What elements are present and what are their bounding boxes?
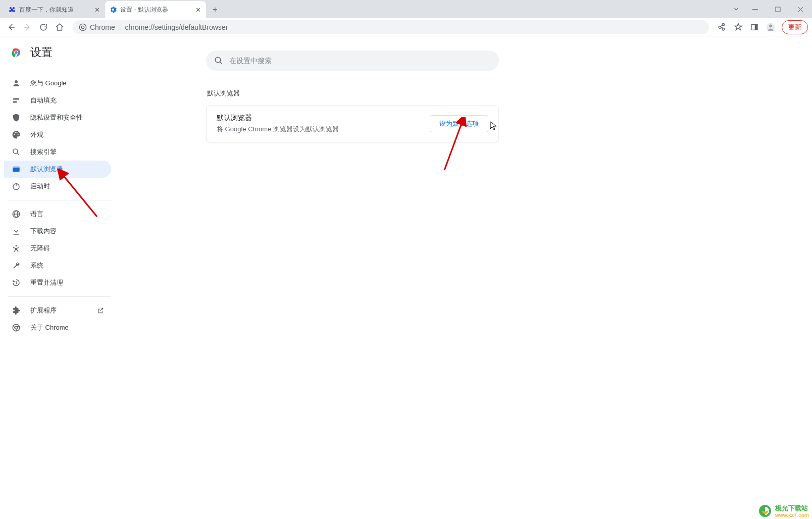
svg-rect-24: [13, 167, 20, 168]
sidebar-item-label: 下载内容: [30, 227, 57, 236]
sidebar-item-label: 外观: [30, 130, 43, 139]
make-default-button[interactable]: 设为默认选项: [430, 115, 488, 132]
maximize-button[interactable]: [767, 2, 789, 17]
sidebar-item-you-and-google[interactable]: 您与 Google: [4, 75, 111, 92]
sidebar-item-on-startup[interactable]: 启动时: [4, 178, 111, 195]
accessibility-icon: [11, 243, 21, 253]
tab-baidu[interactable]: 百度一下，你就知道 ✕: [4, 1, 105, 18]
share-icon[interactable]: [715, 20, 729, 34]
update-label: 更新: [788, 23, 801, 32]
extension-icon: [11, 305, 21, 316]
reload-button[interactable]: [36, 20, 50, 34]
omnibox[interactable]: Chrome | chrome://settings/defaultBrowse…: [73, 20, 709, 34]
bookmark-icon[interactable]: [731, 20, 745, 34]
sidebar-item-label: 系统: [30, 261, 43, 270]
side-panel-icon[interactable]: [747, 20, 762, 34]
close-icon[interactable]: ✕: [93, 6, 101, 14]
sidebar-item-default-browser[interactable]: 默认浏览器: [4, 161, 111, 178]
palette-icon: [11, 130, 21, 140]
minimize-button[interactable]: [744, 2, 767, 17]
svg-point-21: [13, 149, 18, 153]
sidebar-item-extensions[interactable]: 扩展程序: [4, 302, 111, 319]
sidebar-item-privacy[interactable]: 隐私设置和安全性: [4, 109, 111, 126]
svg-rect-5: [752, 9, 758, 10]
shield-icon: [11, 113, 21, 123]
tab-settings[interactable]: 设置 - 默认浏览器 ✕: [105, 1, 206, 18]
sidebar-item-label: 自动填充: [30, 96, 57, 105]
sidebar-item-system[interactable]: 系统: [4, 257, 111, 274]
sidebar-item-label: 重置并清理: [30, 278, 63, 287]
svg-point-15: [15, 51, 18, 55]
forward-button[interactable]: [20, 20, 34, 34]
toolbar: Chrome | chrome://settings/defaultBrowse…: [0, 18, 812, 36]
tab-search-button[interactable]: [729, 2, 744, 17]
svg-rect-19: [13, 98, 19, 100]
restore-icon: [11, 278, 21, 288]
new-tab-button[interactable]: +: [208, 3, 222, 17]
globe-icon: [11, 209, 21, 219]
profile-icon[interactable]: [764, 20, 778, 34]
sidebar-item-label: 隐私设置和安全性: [30, 113, 83, 122]
svg-point-2: [9, 10, 11, 12]
svg-point-18: [15, 80, 18, 83]
gear-favicon: [109, 6, 117, 14]
sidebar-item-downloads[interactable]: 下载内容: [4, 223, 111, 240]
close-icon[interactable]: ✕: [194, 6, 202, 14]
sidebar-item-languages[interactable]: 语言: [4, 205, 111, 223]
svg-line-17: [220, 62, 222, 64]
sidebar-item-autofill[interactable]: 自动填充: [4, 92, 111, 109]
svg-point-0: [10, 7, 12, 9]
section-title: 默认浏览器: [207, 89, 499, 98]
svg-line-22: [17, 153, 19, 155]
sidebar-divider: [8, 200, 111, 200]
watermark-line2: www.xz7.com: [775, 512, 809, 518]
sidebar-item-reset[interactable]: 重置并清理: [4, 274, 111, 291]
svg-point-4: [11, 9, 14, 12]
external-link-icon: [97, 307, 104, 314]
tab-strip: 百度一下，你就知道 ✕ 设置 - 默认浏览器 ✕ +: [0, 0, 812, 18]
sidebar-item-label: 扩展程序: [30, 306, 57, 315]
sidebar-item-about[interactable]: 关于 Chrome: [4, 319, 111, 336]
sidebar-item-label: 您与 Google: [30, 79, 67, 88]
tab-title: 百度一下，你就知道: [19, 6, 90, 14]
chrome-logo-icon: [10, 46, 22, 59]
chrome-outline-icon: [11, 323, 21, 333]
svg-rect-6: [776, 7, 780, 12]
svg-point-16: [215, 57, 221, 63]
wrench-icon: [11, 261, 21, 271]
watermark-line1: 极光下载站: [775, 504, 808, 512]
card-subtitle: 将 Google Chrome 浏览器设为默认浏览器: [217, 125, 339, 134]
card-title: 默认浏览器: [217, 114, 339, 123]
search-icon: [11, 147, 21, 157]
svg-rect-20: [13, 101, 17, 103]
sidebar-item-label: 无障碍: [30, 244, 50, 253]
toolbar-right: 更新: [715, 20, 808, 34]
svg-point-13: [769, 24, 772, 27]
autofill-icon: [11, 95, 21, 106]
close-window-button[interactable]: [789, 2, 812, 17]
sidebar-item-appearance[interactable]: 外观: [4, 126, 111, 143]
sidebar-divider: [8, 296, 111, 297]
svg-point-8: [81, 26, 84, 28]
settings-search[interactable]: [206, 50, 499, 71]
sidebar-item-label: 关于 Chrome: [30, 323, 69, 332]
power-icon: [11, 181, 21, 191]
sidebar-item-label: 语言: [30, 210, 43, 219]
svg-point-7: [79, 24, 86, 30]
download-icon: [11, 226, 21, 236]
sidebar-item-search-engine[interactable]: 搜索引擎: [4, 143, 111, 161]
svg-rect-11: [755, 24, 757, 30]
settings-title: 设置: [30, 45, 53, 60]
back-button[interactable]: [4, 20, 18, 34]
omnibox-separator: |: [119, 23, 121, 31]
sidebar-item-accessibility[interactable]: 无障碍: [4, 240, 111, 257]
home-button[interactable]: [53, 20, 67, 34]
browser-icon: [11, 164, 21, 174]
watermark-logo-icon: [758, 504, 772, 518]
update-pill[interactable]: 更新: [782, 20, 808, 34]
svg-point-1: [13, 7, 15, 9]
settings-search-input[interactable]: [229, 57, 491, 65]
search-icon: [214, 56, 223, 65]
window-controls: [729, 0, 812, 18]
card-text: 默认浏览器 将 Google Chrome 浏览器设为默认浏览器: [217, 114, 339, 134]
